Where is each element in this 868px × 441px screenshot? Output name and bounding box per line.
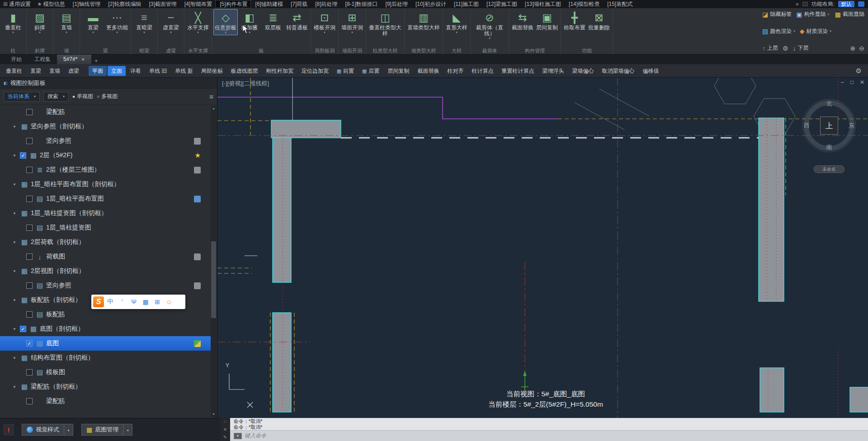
toolbar-button[interactable]: ▦ 直墙 <box>46 66 64 76</box>
visibility-checkbox[interactable]: ✓ <box>26 138 33 144</box>
close-icon[interactable]: ✕ <box>860 79 864 85</box>
toolbar-button[interactable]: ▦ 单线 新 <box>171 66 196 76</box>
close-icon[interactable]: ✕ <box>223 427 227 432</box>
tree-row[interactable]: ▼ ✓ 竖向参照 ★ <box>0 134 211 148</box>
tree-row[interactable]: ▼ ✓ ▦ 1层_墙柱提资图（剖切框） ★ <box>0 206 211 220</box>
ribbon-button[interactable]: ┄ 虚直梁 ▾ <box>159 9 183 35</box>
zoom-in-icon[interactable]: ⊕ <box>850 45 856 52</box>
single-view-radio[interactable]: ● 单视图 <box>72 93 93 100</box>
menu-tab[interactable]: [12]梁施工图 <box>482 0 520 8</box>
toolbar-button[interactable]: ▦ 立面 <box>108 66 126 76</box>
menu-tab[interactable]: [6]辅助建模 <box>251 0 286 8</box>
sogou-logo-icon[interactable]: S <box>93 296 104 307</box>
ribbon-button[interactable]: ◣ 直形大样 ▾ <box>444 9 469 35</box>
document-tab[interactable]: 5#7#* ✕ <box>57 55 91 64</box>
toolbar-button[interactable]: ▦ 定位边加宽 <box>298 66 332 76</box>
ribbon-button[interactable]: ╳ 水平支撑 ▾ <box>186 9 210 35</box>
toolbar-button[interactable]: ▦ 板虚线图层 <box>227 66 262 76</box>
toolbar-button[interactable]: ▦ 刚性杆加宽 <box>263 66 297 76</box>
document-tab[interactable]: 工程集 ✕ <box>28 55 57 64</box>
visibility-checkbox[interactable]: ✓ <box>26 340 33 347</box>
expander-icon[interactable]: ▼ <box>13 125 20 129</box>
input-method-icon[interactable]: ▦ <box>140 296 151 307</box>
toolbar-button[interactable]: ▦ 详看 <box>127 66 145 76</box>
list-menu-icon[interactable]: ≡ <box>209 93 213 100</box>
visibility-checkbox[interactable]: ✓ <box>26 225 33 231</box>
menu-tab[interactable]: [5]构件布置 <box>215 0 250 8</box>
input-method-icon[interactable]: ☺ <box>164 296 175 307</box>
compass-north-label[interactable]: 北 <box>802 100 856 108</box>
ribbon-button[interactable]: ◇ 任意折板 ▾ <box>213 9 238 35</box>
menu-tab[interactable]: [7]荷载 <box>286 0 311 8</box>
tree-row[interactable]: ▼ ✓ ▦ 梁配筋（剖切框） ★ <box>0 380 211 394</box>
visibility-checkbox[interactable]: ✓ <box>20 326 26 332</box>
view-thumbnail-icon[interactable] <box>194 167 201 174</box>
compass-east-label[interactable]: 东 <box>849 122 854 130</box>
expander-icon[interactable]: ▼ <box>13 154 20 158</box>
visual-style-expand-icon[interactable]: ▲ <box>64 424 73 436</box>
expander-icon[interactable]: ▼ <box>13 356 20 360</box>
view-thumbnail-icon[interactable] <box>194 340 201 347</box>
input-method-icon[interactable]: Ψ <box>128 296 139 307</box>
toolbar-button[interactable]: ▦ 柱对齐 <box>444 66 467 76</box>
menu-tab[interactable]: [10]初步设计 <box>411 0 449 8</box>
section-visibility-button[interactable]: ▦ 截面显隐 <box>835 10 864 18</box>
input-method-toolbar[interactable]: S 中 ’ Ψ ▦ ⊞ ☺ <box>91 295 185 309</box>
multi-view-radio[interactable]: ○ 多视图 <box>97 93 118 100</box>
plan-drawing[interactable] <box>217 78 868 418</box>
view-name-chip[interactable]: 未命名 <box>814 165 844 173</box>
menu-tab[interactable]: [1]轴线管理 <box>68 0 104 8</box>
ribbon-button[interactable]: ▮ 垂直柱 ▾ <box>1 9 25 35</box>
menu-tab[interactable]: [14]模型检查 <box>564 0 603 8</box>
base-map-button[interactable]: ▦ 底图管理 <box>81 424 123 436</box>
expander-icon[interactable]: ▼ <box>13 183 20 187</box>
view-thumbnail-icon[interactable] <box>194 138 201 145</box>
input-method-icon[interactable]: 中 <box>105 296 116 307</box>
material-render-button[interactable]: ◆ 材质渲染 ▾ <box>800 28 831 35</box>
visibility-checkbox[interactable]: ✓ <box>26 109 33 115</box>
drawing-viewport[interactable]: [-][俯视][二维线框] ‒ □ ✕ 北 南 西 东 上 未命名 当前视图：5… <box>217 78 868 418</box>
expander-icon[interactable]: ▼ <box>13 327 20 331</box>
tree-row[interactable]: ▼ ✓ ▦ 底图（剖切框） ★ <box>0 322 211 336</box>
ribbon-button[interactable]: ⊠ 批量删除 ▾ <box>587 9 611 32</box>
close-icon[interactable]: ✕ <box>81 55 85 64</box>
compass-west-label[interactable]: 西 <box>804 122 810 130</box>
ribbon-button[interactable]: ◧ 板加腋 ▾ <box>238 9 261 35</box>
scroll-down-icon[interactable]: ▼ <box>211 412 217 417</box>
tree-row[interactable]: ▼ ✓ ▦ 2层荷载（剖切框） ★ <box>0 235 211 249</box>
view-thumbnail-icon[interactable] <box>194 196 201 202</box>
ribbon-button[interactable]: ⇄ 转普通板 ▾ <box>285 9 309 32</box>
current-system-dropdown[interactable]: 当前体系 ▾ <box>4 92 40 102</box>
toolbar-button[interactable]: ▦ 局部坐标 <box>198 66 226 76</box>
toolbar-button[interactable]: ▦ 直梁 <box>27 66 45 76</box>
tree-row[interactable]: ▼ ✓ ▤ 底图 ★ <box>0 336 211 351</box>
navigation-compass[interactable]: 北 南 西 东 上 <box>802 99 856 153</box>
expander-icon[interactable]: ▼ <box>13 240 20 244</box>
menu-overflow-icon[interactable]: » <box>796 1 799 7</box>
command-input[interactable]: ▾ 键入命令 <box>230 430 868 441</box>
drag-handle-icon[interactable]: ∷ <box>224 419 226 424</box>
compass-top-face[interactable]: 上 <box>820 117 838 135</box>
expander-icon[interactable]: ▼ <box>13 269 20 273</box>
window-box-icon[interactable] <box>802 2 808 6</box>
menu-tab[interactable]: [13]墙柱施工图 <box>520 0 564 8</box>
toolbar-button[interactable]: ▦ 截面替换 <box>414 66 443 76</box>
ribbon-button[interactable]: ⊡ 楼板开洞 ▾ <box>312 9 337 35</box>
ribbon-button[interactable]: ⊘ 裁剪体（直线） ▾ <box>472 9 507 41</box>
visibility-checkbox[interactable]: ✓ <box>26 282 33 289</box>
tree-row[interactable]: ▼ ✓ ▤ 竖向参照 ★ <box>0 278 211 293</box>
toolbar-button[interactable]: ▦ 取消梁墙偏心 <box>599 66 638 76</box>
ribbon-button[interactable]: ▥ 直墙类型大样 ▾ <box>406 9 441 32</box>
visibility-checkbox[interactable]: ✓ <box>26 311 33 318</box>
tree-scrollbar[interactable]: ▲ ▼ <box>211 106 217 417</box>
menu-tab[interactable]: ★ 模型信息 <box>34 0 68 8</box>
tree-row[interactable]: ▼ ✓ ≣ 2层（楼层三维图） ★ <box>0 163 211 177</box>
layout-value-chip[interactable]: 默认 <box>838 1 854 7</box>
new-tab-button[interactable]: + <box>91 57 101 64</box>
toolbar-button[interactable]: ▦ 偏移值 <box>639 66 663 76</box>
tree-row[interactable]: ▼ ✓ ▤ 板配筋 ★ <box>0 307 211 322</box>
ribbon-button[interactable]: ▤ 直墙 ▾ <box>55 9 78 35</box>
toolbar-button[interactable]: ▦ 单线 旧 <box>146 66 170 76</box>
visual-style-button[interactable]: 视觉样式 <box>22 424 64 436</box>
toolbar-button[interactable]: ▦ 后置 <box>359 66 383 76</box>
